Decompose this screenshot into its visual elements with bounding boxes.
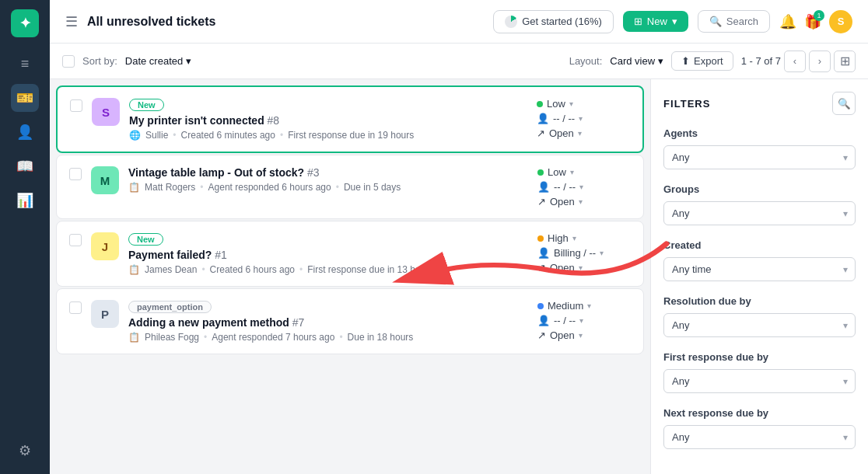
- ticket-card[interactable]: P payment_option Adding a new payment me…: [56, 288, 644, 354]
- assignee-selector[interactable]: 👤 -- / -- ▾: [537, 113, 583, 124]
- chevron-icon: ▾: [572, 234, 576, 242]
- pagination: 1 - 7 of 7 ‹ › ⊞: [741, 51, 856, 72]
- ticket-meta: 🌐 Sullie • Created 6 minutes ago • First…: [129, 130, 527, 141]
- nav-tickets-icon[interactable]: 🎫: [11, 84, 39, 112]
- status-icon: ↗: [537, 196, 546, 207]
- filter-resolution-select[interactable]: Any: [663, 313, 856, 337]
- priority-selector[interactable]: Low ▾: [537, 98, 573, 110]
- sort-button[interactable]: Date created ▾: [125, 55, 191, 67]
- avatar: S: [92, 98, 120, 126]
- filter-agents-select[interactable]: Any: [663, 145, 856, 169]
- filter-next-response-group: Next response due by Any: [663, 407, 856, 449]
- new-ticket-button[interactable]: ⊞ New ▾: [623, 11, 688, 32]
- chevron-down-icon: ▾: [658, 55, 663, 67]
- chevron-icon: ▾: [578, 129, 582, 138]
- ticket-card[interactable]: J New Payment failed? #1 📋 James Dean • …: [56, 221, 644, 287]
- next-page-button[interactable]: ›: [809, 51, 831, 72]
- globe-icon: 🌐: [129, 130, 141, 141]
- chevron-icon: ▾: [579, 197, 583, 206]
- status-icon: ↗: [537, 329, 546, 341]
- list-icon: 📋: [128, 332, 140, 343]
- user-avatar[interactable]: S: [829, 10, 852, 33]
- filter-agents-select-wrap: Any: [663, 145, 856, 169]
- filter-search-button[interactable]: 🔍: [832, 92, 856, 115]
- chevron-icon: ▾: [579, 263, 583, 272]
- list-icon: 📋: [128, 182, 140, 193]
- nav-contacts-icon[interactable]: 👤: [11, 118, 39, 146]
- priority-selector[interactable]: Low ▾: [537, 166, 574, 178]
- chevron-down-icon: ▾: [186, 55, 191, 67]
- priority-selector[interactable]: Medium ▾: [537, 300, 591, 312]
- subbar: Sort by: Date created ▾ Layout: Card vie…: [50, 44, 868, 79]
- chevron-icon: ▾: [579, 331, 583, 340]
- priority-selector[interactable]: High ▾: [537, 232, 576, 244]
- ticket-status: Low ▾ 👤 -- / -- ▾ ↗ Open ▾: [537, 166, 631, 207]
- select-all-checkbox[interactable]: [62, 55, 75, 68]
- chevron-icon: ▾: [600, 249, 604, 257]
- status-badge: New: [129, 99, 164, 111]
- filter-created-group: Created Any time Today This week: [663, 239, 856, 281]
- open-status-selector[interactable]: ↗ Open ▾: [537, 196, 583, 207]
- assignee-selector[interactable]: 👤 -- / -- ▾: [537, 315, 583, 326]
- ticket-content: New Payment failed? #1 📋 James Dean • Cr…: [128, 232, 528, 275]
- nav-knowledge-icon[interactable]: 📖: [11, 152, 39, 180]
- tag-badge: payment_option: [128, 301, 212, 313]
- priority-dot: [537, 101, 543, 107]
- assignee-selector[interactable]: 👤 -- / -- ▾: [537, 181, 583, 193]
- layout-label: Layout:: [569, 55, 603, 67]
- ticket-checkbox[interactable]: [69, 234, 82, 246]
- chevron-icon: ▾: [569, 99, 573, 108]
- nav-reports-icon[interactable]: 📊: [11, 186, 39, 214]
- chevron-down-icon: ▾: [672, 16, 677, 27]
- list-icon: 📋: [128, 264, 140, 275]
- icon-rail: ✦ ≡ 🎫 👤 📖 📊 ⚙: [0, 0, 50, 474]
- grid-view-button[interactable]: ⊞: [834, 51, 856, 72]
- ticket-card[interactable]: S New My printer isn't connected #8 🌐 Su…: [56, 85, 644, 153]
- export-button[interactable]: ⬆ Export: [671, 51, 733, 71]
- priority-dot: [537, 235, 544, 242]
- ticket-content: payment_option Adding a new payment meth…: [128, 300, 528, 343]
- sort-label: Sort by:: [82, 55, 117, 67]
- nav-settings-icon[interactable]: ⚙: [11, 437, 39, 465]
- filter-next-response-select[interactable]: Any: [663, 425, 856, 449]
- filter-title: FILTERS: [663, 98, 710, 110]
- ticket-status: Medium ▾ 👤 -- / -- ▾ ↗ Open ▾: [537, 300, 631, 341]
- nav-home-icon[interactable]: ≡: [11, 50, 39, 78]
- priority-dot: [537, 303, 544, 309]
- filter-groups-label: Groups: [663, 183, 856, 195]
- layout-button[interactable]: Card view ▾: [610, 55, 663, 67]
- filter-first-response-group: First response due by Any: [663, 351, 856, 393]
- chevron-icon: ▾: [579, 316, 583, 325]
- filter-agents-group: Agents Any: [663, 127, 856, 169]
- get-started-button[interactable]: Get started (16%): [493, 10, 614, 33]
- filter-resolution-label: Resolution due by: [663, 295, 856, 307]
- filter-resolution-select-wrap: Any: [663, 313, 856, 337]
- ticket-title: Adding a new payment method #7: [128, 316, 528, 329]
- new-icon: ⊞: [634, 16, 642, 27]
- filter-groups-select[interactable]: Any: [663, 201, 856, 225]
- ticket-checkbox[interactable]: [70, 99, 82, 112]
- filter-created-select[interactable]: Any time Today This week: [663, 257, 856, 281]
- avatar: M: [91, 166, 119, 194]
- assignee-selector[interactable]: 👤 Billing / -- ▾: [537, 247, 604, 259]
- ticket-card[interactable]: M Vintage table lamp - Out of stock? #3 …: [56, 155, 644, 219]
- open-status-selector[interactable]: ↗ Open ▾: [537, 127, 582, 139]
- menu-icon[interactable]: ☰: [65, 13, 78, 30]
- filter-header: FILTERS 🔍: [663, 92, 856, 115]
- ticket-status: Low ▾ 👤 -- / -- ▾ ↗ Open ▾: [537, 98, 630, 139]
- filter-first-response-select[interactable]: Any: [663, 369, 856, 393]
- ticket-meta: 📋 Phileas Fogg • Agent responded 7 hours…: [128, 332, 528, 343]
- ticket-checkbox[interactable]: [69, 301, 82, 314]
- person-icon: 👤: [537, 181, 550, 193]
- open-status-selector[interactable]: ↗ Open ▾: [537, 329, 583, 341]
- open-status-selector[interactable]: ↗ Open ▾: [537, 262, 583, 274]
- gifts-button[interactable]: 🎁 1: [804, 13, 821, 30]
- ticket-title: Payment failed? #1: [128, 249, 528, 261]
- chevron-icon: ▾: [579, 183, 583, 191]
- notifications-button[interactable]: 🔔: [779, 13, 796, 30]
- ticket-checkbox[interactable]: [69, 168, 82, 180]
- search-button[interactable]: 🔍 Search: [698, 10, 770, 33]
- prev-page-button[interactable]: ‹: [784, 51, 806, 72]
- status-badge: New: [128, 233, 163, 246]
- export-icon: ⬆: [681, 55, 690, 67]
